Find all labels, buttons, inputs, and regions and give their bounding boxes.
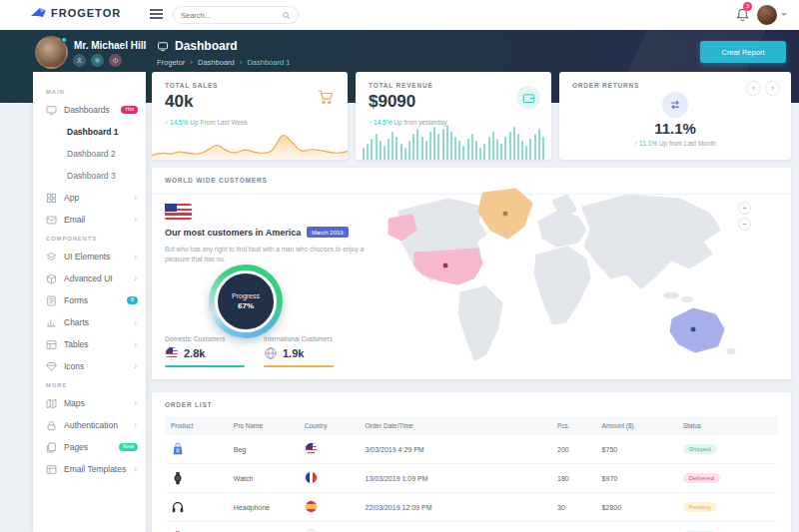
status-badge: Delivered (683, 473, 720, 483)
mail-icon (46, 215, 57, 226)
us-flag-icon (305, 442, 318, 455)
sidebar-item-pages[interactable]: Pages New (33, 436, 146, 458)
map-philippines (681, 296, 693, 302)
card-title: ORDER RETURNS (572, 82, 639, 89)
world-description: But who has any right to find fault with… (165, 245, 383, 265)
revenue-bar-chart (356, 118, 551, 160)
chevron-right-icon: › (134, 253, 137, 262)
prev-arrow-button[interactable]: ‹ (746, 81, 761, 96)
monitor-icon (46, 105, 57, 116)
domestic-customers-stat: Domestic Customers 2.8k (165, 335, 225, 360)
world-heading: Our most customers in America (165, 228, 301, 238)
sidebar-item-advanced-ui[interactable]: Advanced UI › (33, 267, 146, 289)
watch-icon (171, 471, 185, 485)
layers-icon (46, 252, 57, 263)
chevron-right-icon: › (134, 421, 137, 430)
logout-button[interactable] (109, 54, 122, 67)
settings-button[interactable] (91, 54, 104, 67)
us-flag-icon (165, 346, 179, 360)
search-input[interactable] (181, 11, 282, 20)
topbar-avatar[interactable] (757, 5, 777, 25)
sidebar-item-forms[interactable]: Forms 8 (33, 289, 146, 311)
total-revenue-card: TOTAL REVENUE $9090 ↑ 14.5% Up from yest… (356, 72, 551, 160)
chevron-right-icon: › (134, 399, 137, 408)
map-new-zealand (726, 348, 736, 354)
user-quick-actions (73, 54, 122, 67)
map-zoom-out-button[interactable]: − (738, 218, 751, 231)
sidebar-section-main: MAIN (33, 84, 146, 99)
sidebar: MAIN Dashboards Hot Dashboard 1 Dashboar… (33, 72, 146, 532)
dashboard-page: FROGETOR 3 Mr. Michael Hill Dashboard Fr… (0, 0, 799, 532)
breadcrumb-separator: › (190, 58, 193, 67)
chevron-right-icon: › (134, 194, 137, 203)
notification-count-badge: 3 (743, 2, 752, 11)
breadcrumb-current: Dashboard 1 (247, 58, 290, 67)
map-icon (46, 398, 57, 409)
lock-icon (46, 420, 57, 431)
chevron-right-icon: › (134, 318, 137, 327)
date-badge: March 2019 (307, 227, 349, 238)
dashboard-title-icon (157, 41, 169, 52)
sidebar-item-dashboard-1[interactable]: Dashboard 1 (33, 121, 146, 143)
table-row: Watch 13/03/2019 1:09 PM 180 $970 Delive… (165, 464, 778, 493)
new-badge: New (119, 443, 138, 452)
wallet-icon (516, 86, 540, 110)
map-zoom-in-button[interactable]: + (738, 202, 751, 215)
sidebar-item-email-templates[interactable]: Email Templates › (33, 458, 146, 480)
section-title: ORDER LIST (165, 401, 212, 408)
map-asia (583, 196, 719, 287)
chevron-right-icon: › (134, 362, 137, 371)
grid-icon (46, 193, 57, 204)
chevron-right-icon: › (134, 340, 137, 349)
sidebar-item-ui-elements[interactable]: UI Elements › (33, 246, 146, 267)
sidebar-item-email[interactable]: Email › (33, 209, 146, 231)
sidebar-item-authentication[interactable]: Authentication › (33, 414, 146, 436)
online-status-dot (61, 37, 67, 43)
map-indonesia (663, 292, 679, 299)
progress-donut: Progress 67% (209, 265, 283, 338)
total-revenue-value: $9090 (369, 92, 415, 112)
sidebar-item-icons[interactable]: Icons › (33, 355, 146, 377)
order-table: Product Pro Name Country Order Date/Time… (165, 416, 778, 532)
chevron-right-icon: › (134, 274, 137, 283)
breadcrumb-frogetor[interactable]: Frogetor (157, 58, 185, 67)
sidebar-item-dashboard-3[interactable]: Dashboard 3 (33, 165, 146, 187)
international-customers-stat: International Customers 1.9k (264, 335, 333, 360)
create-report-button[interactable]: Creat Report (700, 41, 786, 63)
avatar-dropdown-caret[interactable] (781, 13, 787, 16)
page-title: Dashboard (175, 39, 238, 53)
breadcrumb-dashboard[interactable]: Dashboard (198, 58, 235, 67)
sidebar-item-dashboard-2[interactable]: Dashboard 2 (33, 143, 146, 165)
next-arrow-button[interactable]: › (765, 81, 780, 96)
sidebar-item-tables[interactable]: Tables › (33, 333, 146, 355)
table-row: Beg 3/03/2019 4:29 PM 200 $750 Shipped (165, 435, 778, 464)
globe-icon (264, 346, 278, 360)
spain-flag-icon (305, 500, 318, 513)
menu-toggle-icon[interactable] (150, 9, 163, 20)
us-flag-icon (165, 204, 192, 220)
domestic-customers-value: 2.8k (184, 347, 205, 359)
brand-logo[interactable]: FROGETOR (31, 7, 121, 19)
sidebar-item-charts[interactable]: Charts › (33, 311, 146, 333)
profile-button[interactable] (73, 54, 86, 67)
sidebar-item-maps[interactable]: Maps › (33, 392, 146, 414)
sidebar-section-components: COMPONENTS (33, 231, 146, 246)
france-flag-icon (305, 471, 318, 484)
sidebar-item-app[interactable]: App › (33, 187, 146, 209)
orange-underline (264, 365, 334, 367)
search-icon[interactable] (282, 11, 291, 20)
map-marker-greenland (503, 212, 508, 217)
chevron-right-icon: › (134, 465, 137, 474)
brand-name: FROGETOR (51, 7, 121, 19)
bag-icon (171, 442, 185, 456)
teal-underline (165, 365, 245, 367)
headphone-icon (171, 500, 185, 514)
table-row: Purse 14/03/2019 8:27 PM 100 $520 Shippe… (165, 522, 778, 532)
map-us-highlight (415, 250, 481, 283)
sidebar-item-dashboards[interactable]: Dashboards Hot (33, 99, 146, 121)
user-name: Mr. Michael Hill (74, 40, 146, 51)
bar-chart-icon (46, 317, 57, 328)
hot-badge: Hot (121, 106, 138, 115)
breadcrumb: Frogetor › Dashboard › Dashboard 1 (157, 58, 290, 67)
total-sales-value: 40k (165, 92, 193, 112)
